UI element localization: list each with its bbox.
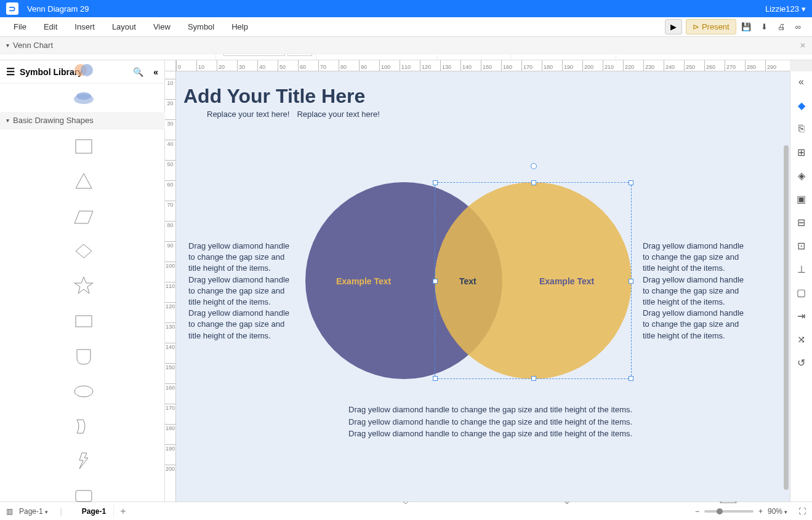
fill-panel-icon[interactable]: ◆ bbox=[795, 98, 808, 112]
basic-shapes-grid bbox=[0, 129, 165, 502]
data-panel-icon[interactable]: ⊟ bbox=[795, 215, 808, 229]
shuffle-panel-icon[interactable]: ⤨ bbox=[795, 332, 808, 346]
export-panel-icon[interactable]: ⎘ bbox=[795, 122, 808, 135]
ruler-horizontal: 0102030405060708090100110120130140150160… bbox=[176, 60, 790, 71]
tree-panel-icon[interactable]: ⊥ bbox=[795, 262, 808, 276]
svg-marker-42 bbox=[74, 277, 93, 294]
venn-shapes-grid bbox=[0, 60, 165, 112]
page-canvas[interactable]: Add Your Title Here Replace your text he… bbox=[176, 71, 790, 502]
chevron-down-icon: ▾ bbox=[802, 4, 806, 14]
page-subtitle[interactable]: Replace your text here! Replace your tex… bbox=[207, 110, 380, 119]
resize-handle[interactable] bbox=[629, 376, 633, 381]
shape-item[interactable] bbox=[4, 343, 164, 370]
svg-rect-56 bbox=[76, 490, 92, 502]
resize-handle[interactable] bbox=[433, 279, 438, 284]
svg-point-47 bbox=[74, 386, 93, 397]
layers-panel-icon[interactable]: ◈ bbox=[795, 169, 808, 182]
shape-item[interactable] bbox=[4, 447, 164, 474]
shape-item[interactable] bbox=[4, 168, 164, 195]
resize-handle[interactable] bbox=[531, 376, 536, 381]
shape-item[interactable] bbox=[4, 133, 164, 160]
venn-shape[interactable] bbox=[5, 60, 163, 81]
history-panel-icon[interactable]: ↺ bbox=[795, 356, 808, 369]
svg-marker-53 bbox=[79, 453, 88, 469]
venn-left-label[interactable]: Example Text bbox=[336, 276, 391, 286]
vertical-scrollbar[interactable] bbox=[784, 145, 789, 490]
resize-handle[interactable] bbox=[433, 180, 438, 185]
zoom-slider[interactable] bbox=[704, 510, 754, 513]
comments-panel-icon[interactable]: ▣ bbox=[795, 192, 808, 206]
shape-item[interactable] bbox=[4, 378, 164, 405]
share-icon[interactable]: ∞ bbox=[795, 22, 801, 31]
apps-panel-icon[interactable]: ⊞ bbox=[795, 145, 808, 159]
save-icon[interactable]: 💾 bbox=[741, 22, 751, 31]
left-description[interactable]: Drag yellow diamond handle to change the… bbox=[188, 241, 293, 342]
shape-item[interactable] bbox=[4, 413, 164, 440]
resize-handle[interactable] bbox=[531, 180, 536, 185]
rotate-handle[interactable] bbox=[531, 163, 537, 169]
collapse-panel-icon[interactable]: « bbox=[795, 75, 808, 89]
clipboard-panel-icon[interactable]: ▢ bbox=[795, 286, 808, 299]
subtitle-1: Replace your text here! bbox=[207, 110, 289, 119]
menu-layout[interactable]: Layout bbox=[103, 22, 145, 31]
bottom-description[interactable]: Drag yellow diamond handle to change the… bbox=[348, 404, 632, 440]
menu-insert[interactable]: Insert bbox=[66, 22, 103, 31]
shape-item[interactable] bbox=[4, 273, 164, 300]
svg-marker-34 bbox=[74, 211, 93, 223]
shape-item[interactable] bbox=[4, 482, 164, 502]
resize-handle[interactable] bbox=[629, 279, 633, 284]
svg-marker-39 bbox=[76, 244, 92, 258]
resize-handle[interactable] bbox=[433, 376, 438, 381]
subtitle-2: Replace your text here! bbox=[297, 110, 379, 119]
menu-bar: File Edit Insert Layout View Symbol Help… bbox=[0, 17, 812, 37]
svg-rect-44 bbox=[76, 316, 92, 327]
user-name: Lizzie123 bbox=[765, 4, 799, 14]
ruler-vertical: 1020304050607080901001101201301401501601… bbox=[165, 71, 176, 502]
document-title: Venn Diagram 29 bbox=[27, 4, 89, 14]
chevron-down-icon: ▾ bbox=[6, 117, 9, 124]
right-description[interactable]: Drag yellow diamond handle to change the… bbox=[643, 241, 747, 342]
app-logo-icon: ⊃ bbox=[6, 2, 18, 15]
shape-item[interactable] bbox=[4, 203, 164, 230]
menu-help[interactable]: Help bbox=[223, 22, 257, 31]
ruler-corner bbox=[165, 60, 176, 71]
present-label: Present bbox=[702, 22, 730, 31]
venn-shape[interactable] bbox=[5, 85, 163, 107]
slideshow-button[interactable]: ▶ bbox=[665, 19, 682, 34]
svg-rect-24 bbox=[76, 140, 92, 153]
svg-point-14 bbox=[76, 92, 91, 100]
shape-item[interactable] bbox=[4, 308, 164, 335]
menu-symbol[interactable]: Symbol bbox=[179, 22, 223, 31]
selection-box bbox=[435, 182, 632, 379]
section-label: Basic Drawing Shapes bbox=[13, 116, 94, 125]
resize-handle[interactable] bbox=[629, 180, 633, 185]
download-icon[interactable]: ⬇ bbox=[761, 22, 768, 31]
svg-point-1 bbox=[81, 64, 93, 76]
menu-view[interactable]: View bbox=[145, 22, 179, 31]
symbol-library-panel: ☰ Symbol Library 🔍 « ▾ Venn Chart ✕ ▾ B bbox=[0, 60, 165, 502]
present-button[interactable]: ⊳ Present bbox=[686, 19, 736, 34]
section-basic-shapes[interactable]: ▾ Basic Drawing Shapes ✕ bbox=[0, 112, 165, 129]
shape-item[interactable] bbox=[4, 238, 164, 265]
spacing-panel-icon[interactable]: ⇥ bbox=[795, 309, 808, 322]
title-bar: ⊃ Venn Diagram 29 Lizzie123 ▾ bbox=[0, 0, 812, 17]
menu-file[interactable]: File bbox=[5, 22, 35, 31]
svg-marker-29 bbox=[76, 174, 92, 188]
user-menu[interactable]: Lizzie123 ▾ bbox=[765, 4, 806, 14]
right-toolbar: « ◆ ⎘ ⊞ ◈ ▣ ⊟ ⊡ ⊥ ▢ ⇥ ⤨ ↺ bbox=[790, 71, 812, 502]
image-panel-icon[interactable]: ⊡ bbox=[795, 239, 808, 252]
page-title[interactable]: Add Your Title Here bbox=[183, 85, 365, 108]
print-icon[interactable]: 🖨 bbox=[778, 22, 786, 31]
canvas-area: 0102030405060708090100110120130140150160… bbox=[165, 60, 812, 502]
menu-edit[interactable]: Edit bbox=[35, 22, 66, 31]
play-icon: ⊳ bbox=[693, 22, 699, 31]
